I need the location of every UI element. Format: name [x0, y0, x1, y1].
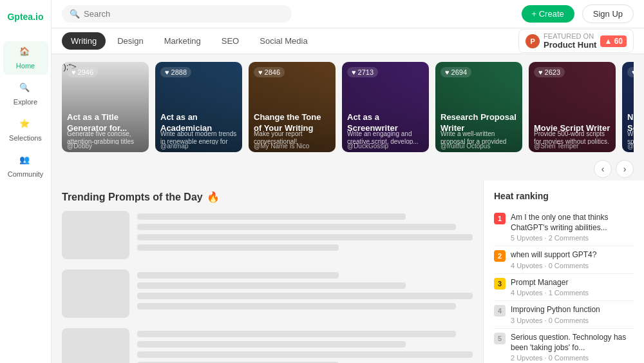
topbar: 🔍 + Create Sign Up	[52, 0, 644, 28]
skeleton-line	[137, 234, 473, 240]
search-box[interactable]: 🔍	[62, 5, 292, 23]
community-icon: 👥	[19, 155, 32, 168]
heat-text-4: Improving Python function 3 Upvotes · 0 …	[511, 305, 634, 324]
skeleton-lines-3	[137, 328, 473, 363]
skeleton-line	[137, 351, 473, 358]
card-new-year-speech[interactable]: ♥ 2364 New Year Speech Script... Write a…	[622, 62, 634, 152]
card-upvote-1: ♥ 2946	[67, 67, 98, 77]
card-nav-arrows: ‹ ›	[52, 160, 644, 181]
card-user-4: @DuckGossip	[347, 142, 388, 150]
card-upvote-6: ♥ 2623	[534, 67, 565, 77]
heat-item-4[interactable]: 4 Improving Python function 3 Upvotes · …	[494, 301, 634, 329]
card-upvote-2: ♥ 2888	[160, 67, 191, 77]
trending-title: Trending Prompts of the Day 🔥	[62, 191, 473, 203]
card-movie-script[interactable]: ♥ 2623 Movie Script Writer Provide 500-w…	[529, 62, 616, 152]
heat-meta-2: 4 Upvotes · 0 Comments	[511, 262, 634, 270]
card-user-2: @antmap	[160, 142, 189, 150]
product-hunt-info: FEATURED ON Product Hunt	[544, 32, 596, 50]
card-research-proposal[interactable]: ♥ 2694 Research Proposal Writer Write a …	[435, 62, 522, 152]
card-user-7: @OperaHamster	[627, 142, 634, 150]
sidebar-item-community[interactable]: 👥 Community	[3, 150, 48, 183]
heat-meta-4: 3 Upvotes · 0 Comments	[511, 317, 634, 324]
skeleton-line	[137, 213, 406, 220]
heat-name-3: Prompt Manager	[511, 278, 634, 288]
skeleton-line	[137, 341, 406, 348]
sidebar-label-selections: Selections	[9, 134, 42, 142]
heat-text-5: Serious question. Technology has been 't…	[511, 333, 634, 362]
card-user-1: @Dobby	[67, 142, 92, 150]
category-bar: Writing Design Marketing SEO Social Medi…	[52, 28, 644, 54]
card-upvote-7: ♥ 2364	[627, 67, 634, 77]
signup-button[interactable]: Sign Up	[582, 5, 634, 23]
card-user-5: @fruitful Octopus	[440, 142, 490, 150]
heat-rank-2: 2	[494, 250, 506, 262]
skeleton-thumbnail-3	[62, 328, 129, 363]
heat-text-1: Am I the only one that thinks ChatGPT's …	[511, 213, 634, 242]
heat-ranking-panel: Heat ranking 1 Am I the only one that th…	[483, 181, 644, 363]
product-hunt-arrow: ▲	[604, 37, 612, 46]
skeleton-item-1[interactable]	[62, 211, 473, 259]
logo: Gptea.io	[7, 6, 43, 27]
product-hunt-count: ▲ 60	[600, 35, 627, 47]
sidebar-item-home[interactable]: 🏠 Home	[3, 41, 48, 75]
tab-seo[interactable]: SEO	[213, 32, 248, 50]
heat-name-4: Improving Python function	[511, 305, 634, 315]
heat-item-5[interactable]: 5 Serious question. Technology has been …	[494, 329, 634, 363]
skeleton-line	[137, 282, 406, 289]
card-title-generator[interactable]: ');"> ♥ 2946 Act as a Title Generator fo…	[62, 62, 149, 152]
explore-icon: 🔍	[19, 83, 32, 95]
card-upvote-4: ♥ 2713	[347, 67, 378, 77]
prev-arrow-button[interactable]: ‹	[594, 160, 612, 178]
tab-writing[interactable]: Writing	[62, 32, 106, 50]
heat-text-2: when will support GPT4? 4 Upvotes · 0 Co…	[511, 250, 634, 270]
heat-name-1: Am I the only one that thinks ChatGPT's …	[511, 213, 634, 233]
sidebar-label-community: Community	[8, 170, 44, 178]
search-input[interactable]	[84, 9, 284, 19]
skeleton-line	[137, 224, 456, 230]
selections-icon: ⭐	[19, 119, 32, 132]
product-hunt-badge[interactable]: P FEATURED ON Product Hunt ▲ 60	[518, 29, 634, 53]
sidebar-item-explore[interactable]: 🔍 Explore	[3, 77, 48, 111]
trending-section: Trending Prompts of the Day 🔥	[52, 181, 483, 363]
card-screenwriter[interactable]: ♥ 2713 Act as a Screenwriter Write an en…	[342, 62, 429, 152]
heat-rank-3: 3	[494, 278, 506, 289]
heat-ranking-title: Heat ranking	[494, 191, 634, 201]
cards-row: ');"> ♥ 2946 Act as a Title Generator fo…	[62, 62, 634, 152]
tab-marketing[interactable]: Marketing	[155, 32, 210, 50]
sidebar: Gptea.io 🏠 Home 🔍 Explore ⭐ Selections 👥…	[0, 0, 52, 363]
product-hunt-featured: FEATURED ON	[544, 32, 596, 40]
tab-social-media[interactable]: Social Media	[251, 32, 316, 50]
home-icon: 🏠	[19, 46, 32, 59]
featured-cards-section: ');"> ♥ 2946 Act as a Title Generator fo…	[52, 54, 644, 160]
skeleton-lines-1	[137, 211, 473, 259]
skeleton-line	[137, 331, 456, 337]
heat-name-2: when will support GPT4?	[511, 250, 634, 260]
heat-ranking-list: 1 Am I the only one that thinks ChatGPT'…	[494, 209, 634, 363]
heat-text-3: Prompt Manager 4 Upvotes · 1 Comments	[511, 278, 634, 297]
heat-rank-4: 4	[494, 305, 506, 317]
heat-item-1[interactable]: 1 Am I the only one that thinks ChatGPT'…	[494, 209, 634, 246]
next-arrow-button[interactable]: ›	[616, 160, 634, 178]
card-upvote-5: ♥ 2694	[440, 67, 471, 77]
skeleton-item-2[interactable]	[62, 270, 473, 318]
sidebar-label-explore: Explore	[14, 98, 37, 106]
heat-item-2[interactable]: 2 when will support GPT4? 4 Upvotes · 0 …	[494, 246, 634, 274]
create-button[interactable]: + Create	[522, 5, 574, 23]
heat-name-5: Serious question. Technology has been 't…	[511, 333, 634, 353]
heat-meta-5: 2 Upvotes · 0 Comments	[511, 354, 634, 362]
card-upvote-3: ♥ 2846	[254, 67, 285, 77]
card-tone-writer[interactable]: ♥ 2846 Change the Tone of Your Writing M…	[249, 62, 336, 152]
tab-design[interactable]: Design	[108, 32, 152, 50]
card-academician[interactable]: ♥ 2888 Act as an Academician Write about…	[155, 62, 242, 152]
sidebar-item-selections[interactable]: ⭐ Selections	[3, 113, 48, 147]
sidebar-label-home: Home	[16, 62, 35, 70]
heat-rank-5: 5	[494, 333, 506, 344]
skeleton-thumbnail-1	[62, 211, 129, 259]
search-icon: 🔍	[70, 9, 80, 19]
heat-meta-1: 5 Upvotes · 2 Comments	[511, 234, 634, 242]
heat-item-3[interactable]: 3 Prompt Manager 4 Upvotes · 1 Comments	[494, 274, 634, 302]
skeleton-item-3[interactable]	[62, 328, 473, 363]
skeleton-line	[137, 244, 339, 251]
card-user-6: @Sheri Temper	[534, 142, 578, 150]
skeleton-lines-2	[137, 270, 473, 318]
